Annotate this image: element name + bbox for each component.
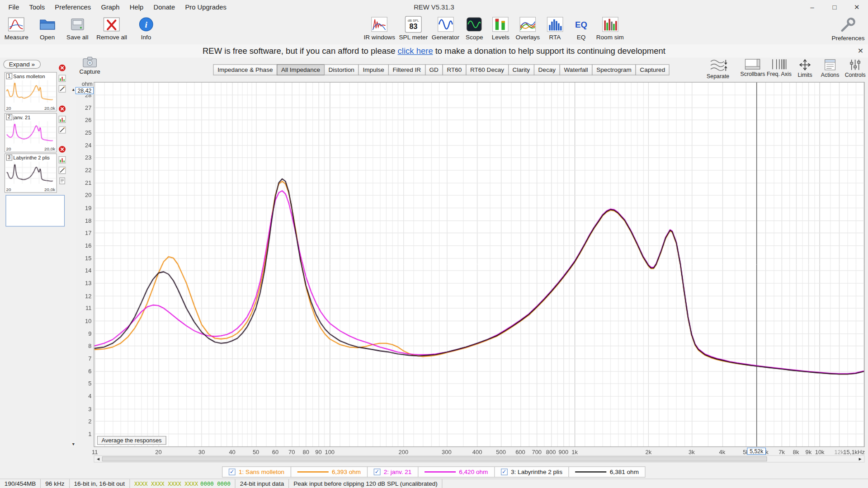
tab-impulse[interactable]: Impulse [359,64,389,75]
toolbar-label: SPL meter [399,34,428,41]
mini-chart-icon[interactable] [58,116,66,123]
measurement-number: 3 [6,155,12,160]
y-tick-label: 9 [75,330,91,337]
mini-chart-icon[interactable] [58,156,66,164]
scroll-right-icon[interactable]: ► [857,456,863,462]
notes-icon[interactable] [58,177,66,184]
close-measurement-icon[interactable] [58,145,66,153]
measurement-thumbnail[interactable]: 1Sans molleton2020,0k [5,72,57,111]
overlays-icon [519,16,536,33]
scroll-down-icon[interactable]: ▼ [70,442,76,446]
graph-tool-scrollbars-button[interactable]: Scrollbars [741,58,765,77]
measurement-thumbnail[interactable]: 2janv. 212020,0k [5,113,57,152]
window-controls: – □ ✕ [801,0,868,14]
tab-all-impedance[interactable]: All Impedance [277,64,325,75]
cursor-x-readout: 5,52k [747,448,766,455]
toolbar-generator-button[interactable]: Generator [432,16,459,41]
remove-icon [104,16,120,33]
toolbar-save-all-button[interactable]: Save all [66,16,89,41]
mini-chart-icon[interactable] [58,75,66,82]
close-button[interactable]: ✕ [846,0,868,14]
curve-line-sample [297,471,328,472]
average-responses-button[interactable]: Average the responses [97,436,166,445]
pencil-icon[interactable] [58,167,66,174]
tab-impedance-phase[interactable]: Impedance & Phase [213,64,277,75]
tab-distortion[interactable]: Distortion [324,64,359,75]
y-tick-label: 6 [75,368,91,375]
expand-button[interactable]: Expand » [3,60,40,69]
room-sim-icon [602,16,618,33]
close-measurement-icon[interactable] [58,105,66,113]
toolbar-measure-button[interactable]: Measure [5,16,28,41]
graph-tool-controls-button[interactable]: Controls [844,58,867,78]
curve-line-sample [575,471,606,472]
tab-gd[interactable]: GD [425,64,443,75]
graph-tool-separate-button[interactable]: Separate [706,58,730,80]
pencil-icon[interactable] [58,127,66,134]
tab-decay[interactable]: Decay [534,64,560,75]
close-measurement-icon[interactable] [58,64,66,71]
graph-tool-label: Limits [797,72,812,78]
plot-h-scrollbar[interactable]: ◄ ► [94,455,864,463]
x-tick-label: 1k [561,449,589,455]
x-tick-label: 3k [678,449,706,455]
donation-link[interactable]: click here [398,46,433,56]
measurement-thumbnail[interactable]: 3Labyrinthe 2 plis2020,0k [5,154,57,193]
graph-tabs: Impedance & PhaseAll ImpedanceDistortion… [214,64,670,75]
main-toolbar: MeasureOpenSave allRemove alliInfo IR wi… [0,14,868,44]
toolbar-eq-button[interactable]: EQEQ [570,16,592,41]
y-tick-label: 24 [75,141,91,148]
checkbox-icon[interactable]: ✓ [374,469,381,475]
toolbar-scope-button[interactable]: Scope [463,16,486,41]
checkbox-icon[interactable]: ✓ [501,469,508,475]
toolbar-rta-button[interactable]: RTA [544,16,566,41]
maximize-button[interactable]: □ [823,0,845,14]
scrollbar-thumb[interactable] [102,456,767,461]
impedance-plot[interactable] [94,82,864,447]
thumbnail-x-min-label: 20 [6,187,11,192]
scroll-left-icon[interactable]: ◄ [95,456,102,462]
graph-tool-actions-button[interactable]: Actions [818,58,842,78]
legend-entry: ✓1: Sans molleton [222,466,291,478]
toolbar-ir-windows-button[interactable]: IR windows [364,16,395,41]
measurement-name: Labyrinthe 2 plis [13,155,50,160]
toolbar-remove-all-button[interactable]: Remove all [96,16,127,41]
y-tick-label: 8 [75,343,91,349]
tab-captured[interactable]: Captured [635,64,670,75]
legend-value: 6,381 ohm [610,469,639,475]
graph-tool-freq-axis-button[interactable]: Freq. Axis [767,58,792,77]
active-bits: XXXX XXXX XXXX XXXX [134,480,198,486]
tab-rt60[interactable]: RT60 [443,64,467,75]
tab-filtered-ir[interactable]: Filtered IR [388,64,425,75]
y-tick-label: 3 [75,405,91,412]
tab-spectrogram[interactable]: Spectrogram [592,64,636,75]
generator-icon [437,16,454,33]
thumbnail-curve [5,80,56,103]
preferences-icon [839,16,857,34]
toolbar-room-sim-button[interactable]: Room sim [596,16,624,41]
checkbox-icon[interactable]: ✓ [229,469,236,475]
chevron-right-icon: » [32,61,35,68]
graph-tool-label: Controls [845,72,866,78]
status-spacer [443,479,868,488]
toolbar-info-button[interactable]: iInfo [135,16,157,41]
toolbar-overlays-button[interactable]: Overlays [516,16,540,41]
minimize-button[interactable]: – [801,0,823,14]
capture-button[interactable]: Capture [77,56,103,75]
toolbar-spl-meter-button[interactable]: dB SPL83SPL meter [399,16,428,41]
preferences-button[interactable]: Preferences [831,16,864,42]
measurement-card-3: 3Labyrinthe 2 plis2020,0k [5,154,69,193]
graph-tool-limits-button[interactable]: Limits [793,58,817,78]
tab-clarity[interactable]: Clarity [508,64,534,75]
pencil-icon[interactable] [58,85,66,93]
tab-waterfall[interactable]: Waterfall [560,64,593,75]
save-icon [69,16,86,33]
spl-meter-icon: dB SPL83 [405,16,422,33]
input-data-status: 24-bit input data [236,479,289,488]
toolbar-open-button[interactable]: Open [36,16,58,41]
tab-rt60-decay[interactable]: RT60 Decay [466,64,509,75]
toolbar-levels-button[interactable]: Levels [490,16,512,41]
measure-icon [8,16,25,33]
toolbar-label: Open [40,34,55,41]
close-icon[interactable]: ✕ [858,44,863,57]
